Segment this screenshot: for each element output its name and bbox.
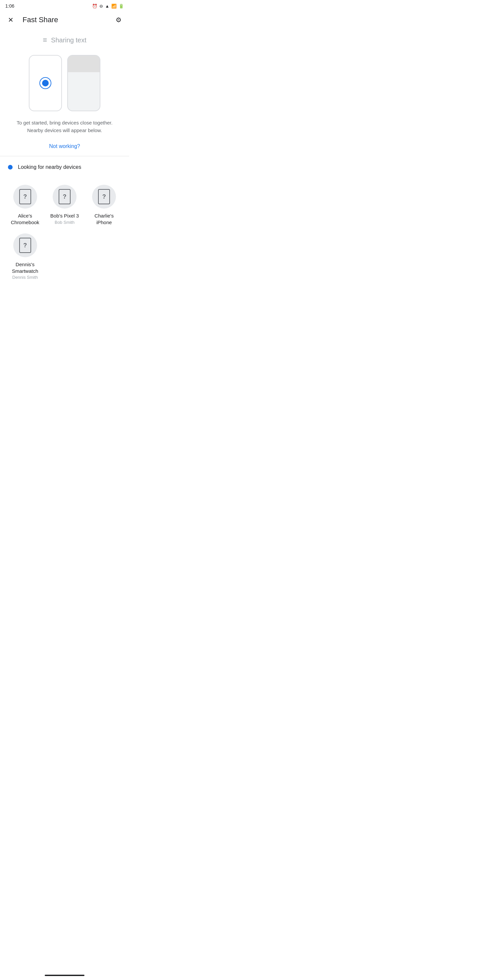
device-icon-circle-0 xyxy=(13,185,37,208)
device-icon-circle-3 xyxy=(13,234,37,257)
phones-animation-container xyxy=(0,47,129,116)
close-button[interactable]: ✕ xyxy=(4,13,17,27)
device-name-3: Dennis's Smartwatch xyxy=(12,261,38,274)
phones-illustration xyxy=(0,47,129,116)
page-title: Fast Share xyxy=(22,16,112,24)
text-lines-icon: ≡ xyxy=(43,36,47,45)
battery-icon: 🔋 xyxy=(119,4,124,9)
device-icon-0 xyxy=(19,189,31,204)
device-icon-circle-2 xyxy=(92,185,116,208)
status-icons: ⏰ ⊖ ▲ 📶 🔋 xyxy=(92,4,124,9)
device-name-0: Alice's Chromebook xyxy=(11,213,40,226)
looking-dot xyxy=(8,165,13,170)
close-icon: ✕ xyxy=(8,16,14,24)
toolbar: ✕ Fast Share ⚙ xyxy=(0,11,129,29)
device-item-2[interactable]: Charlie's iPhone xyxy=(85,181,124,229)
sender-phone xyxy=(29,55,62,111)
wifi-icon: ▲ xyxy=(105,4,109,9)
device-name-1: Bob's Pixel 3 xyxy=(50,213,79,219)
device-item-1[interactable]: Bob's Pixel 3Bob Smith xyxy=(45,181,84,229)
minus-circle-icon: ⊖ xyxy=(99,4,103,9)
receiver-phone xyxy=(67,55,101,111)
instruction-text: To get started, bring devices close toge… xyxy=(0,116,129,137)
device-icon-3 xyxy=(19,238,31,253)
alarm-icon: ⏰ xyxy=(92,4,97,9)
sender-phone-dot-inner xyxy=(42,80,49,86)
signal-icon: 📶 xyxy=(111,4,116,9)
device-owner-3: Dennis Smith xyxy=(12,275,38,280)
devices-grid: Alice's ChromebookBob's Pixel 3Bob Smith… xyxy=(0,175,129,289)
not-working-link[interactable]: Not working? xyxy=(0,137,129,156)
looking-section: Looking for nearby devices xyxy=(0,156,129,175)
status-bar: 1:06 ⏰ ⊖ ▲ 📶 🔋 xyxy=(0,0,129,11)
device-owner-1: Bob Smith xyxy=(55,220,75,225)
sharing-text-label: Sharing text xyxy=(51,37,86,44)
device-icon-1 xyxy=(59,189,70,204)
settings-icon: ⚙ xyxy=(116,16,121,24)
device-icon-2 xyxy=(98,189,110,204)
device-item-3[interactable]: Dennis's SmartwatchDennis Smith xyxy=(5,229,45,284)
status-time: 1:06 xyxy=(5,3,14,9)
device-name-2: Charlie's iPhone xyxy=(87,213,121,226)
settings-button[interactable]: ⚙ xyxy=(112,13,125,27)
looking-text: Looking for nearby devices xyxy=(18,164,81,170)
sender-phone-dot xyxy=(40,77,51,89)
device-item-0[interactable]: Alice's Chromebook xyxy=(5,181,45,229)
sharing-header: ≡ Sharing text xyxy=(0,29,129,47)
device-icon-circle-1 xyxy=(53,185,77,208)
